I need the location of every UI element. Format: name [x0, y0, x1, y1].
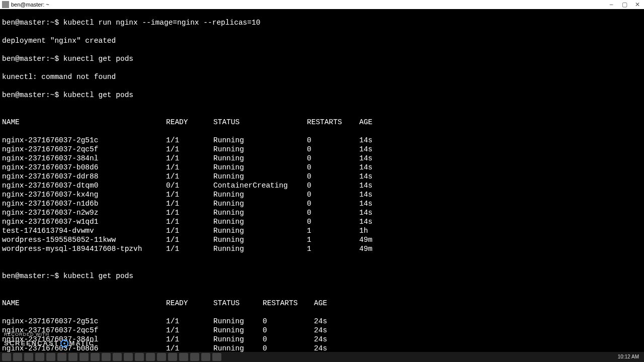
cell-name: nginx-2371676037-2g51c [2, 317, 166, 326]
cell-ready: 1/1 [166, 317, 213, 326]
output-text: deployment "nginx" created [2, 36, 116, 45]
cell-ready: 1/1 [166, 235, 213, 244]
taskbar-clock[interactable]: 10:12 AM [618, 352, 642, 361]
cell-age: 14s [359, 163, 399, 172]
cell-ready: 1/1 [166, 208, 213, 217]
taskbar-item[interactable] [24, 353, 33, 361]
taskbar-item[interactable] [2, 353, 11, 361]
cell-restarts: 0 [307, 208, 359, 217]
cell-status: Running [213, 154, 307, 163]
watermark-brand-a: SCREENCAST [4, 339, 59, 348]
col-status: STATUS [213, 118, 307, 127]
cell-restarts: 0 [307, 154, 359, 163]
cell-status: Running [213, 172, 307, 181]
cell-status: Running [213, 226, 307, 235]
taskbar-item[interactable] [79, 353, 89, 361]
cell-restarts: 0 [307, 145, 359, 154]
watermark-logo-icon [60, 339, 68, 347]
cell-ready: 1/1 [166, 199, 213, 208]
taskbar-item[interactable] [146, 353, 155, 361]
cell-ready: 1/1 [166, 136, 213, 145]
taskbar-item[interactable] [68, 353, 77, 361]
cell-name: nginx-2371676037-n1d6b [2, 199, 166, 208]
table-row: nginx-2371676037-384nl1/1Running024s [2, 335, 642, 344]
cell-status: Running [213, 190, 307, 199]
cell-status: ContainerCreating [213, 181, 307, 190]
taskbar-item[interactable] [135, 353, 144, 361]
cell-name: nginx-2371676037-dtqm0 [2, 181, 166, 190]
cell-ready: 1/1 [166, 335, 213, 344]
cell-age: 1h [359, 226, 399, 235]
taskbar-item[interactable] [46, 353, 55, 361]
table-header: NAME READY STATUS RESTARTS AGE [2, 118, 642, 127]
output-text: kunectl: command not found [2, 72, 116, 81]
taskbar-item[interactable] [91, 353, 100, 361]
taskbar[interactable]: 10:12 AM [0, 352, 644, 362]
table-row: nginx-2371676037-2qc5f1/1Running014s [2, 145, 642, 154]
taskbar-item[interactable] [13, 353, 22, 361]
cell-status: Running [213, 244, 307, 253]
cell-ready: 1/1 [166, 244, 213, 253]
taskbar-item[interactable] [57, 353, 66, 361]
taskbar-item[interactable] [201, 353, 210, 361]
cell-age: 49m [359, 244, 399, 253]
col-ready: READY [166, 299, 213, 308]
cell-name: nginx-2371676037-b08d6 [2, 163, 166, 172]
cell-restarts: 1 [307, 226, 359, 235]
watermark-brand-b: MATIC [69, 339, 95, 348]
cell-status: Running [213, 335, 263, 344]
cell-name: nginx-2371676037-kx4ng [2, 190, 166, 199]
watermark-line1: RECORDED WITH [4, 330, 95, 339]
cell-name: nginx-2371676037-2g51c [2, 136, 166, 145]
cell-ready: 0/1 [166, 181, 213, 190]
col-status: STATUS [213, 299, 263, 308]
col-age: AGE [314, 299, 354, 308]
cell-name: nginx-2371676037-2qc5f [2, 145, 166, 154]
command-text: kubectl get pods [63, 90, 133, 100]
cell-status: Running [213, 136, 307, 145]
taskbar-item[interactable] [212, 353, 221, 361]
table-row: nginx-2371676037-2g51c1/1Running014s [2, 136, 642, 145]
table-header: NAME READY STATUS RESTARTS AGE [2, 299, 642, 308]
cell-ready: 1/1 [166, 217, 213, 226]
cell-status: Running [213, 208, 307, 217]
cell-age: 24s [314, 317, 354, 326]
taskbar-item[interactable] [35, 353, 44, 361]
taskbar-item[interactable] [113, 353, 122, 361]
table-row: test-1741613794-dvwmv1/1Running11h [2, 226, 642, 235]
taskbar-item[interactable] [157, 353, 166, 361]
taskbar-item[interactable] [190, 353, 199, 361]
taskbar-item[interactable] [168, 353, 177, 361]
prompt: ben@master:~$ [2, 90, 63, 100]
cell-age: 14s [359, 172, 399, 181]
recording-watermark: RECORDED WITH SCREENCAST MATIC [4, 330, 95, 348]
cell-ready: 1/1 [166, 226, 213, 235]
taskbar-item[interactable] [102, 353, 111, 361]
close-button[interactable]: ✕ [631, 0, 644, 9]
cell-restarts: 1 [307, 235, 359, 244]
cell-age: 14s [359, 136, 399, 145]
cell-name: nginx-2371676037-n2w9z [2, 208, 166, 217]
table-row: nginx-2371676037-384nl1/1Running014s [2, 154, 642, 163]
table-row: nginx-2371676037-b08d61/1Running014s [2, 163, 642, 172]
taskbar-item[interactable] [179, 353, 188, 361]
table-row: nginx-2371676037-ddr881/1Running014s [2, 172, 642, 181]
taskbar-item[interactable] [124, 353, 133, 361]
cell-restarts: 0 [263, 317, 314, 326]
cell-restarts: 0 [307, 190, 359, 199]
cell-status: Running [213, 145, 307, 154]
cell-age: 14s [359, 154, 399, 163]
minimize-button[interactable]: – [605, 0, 618, 9]
terminal-output[interactable]: ben@master:~$ kubectl run nginx --image=… [0, 9, 644, 362]
table-row: nginx-2371676037-n1d6b1/1Running014s [2, 199, 642, 208]
col-restarts: RESTARTS [263, 299, 314, 308]
prompt: ben@master:~$ [2, 18, 63, 27]
cell-name: test-1741613794-dvwmv [2, 226, 166, 235]
cell-ready: 1/1 [166, 190, 213, 199]
maximize-button[interactable]: ▢ [618, 0, 631, 9]
table-row: nginx-2371676037-2qc5f1/1Running024s [2, 326, 642, 335]
cell-restarts: 1 [307, 244, 359, 253]
cell-name: nginx-2371676037-384nl [2, 154, 166, 163]
table-row: nginx-2371676037-w1qd11/1Running014s [2, 217, 642, 226]
window-title: ben@master: ~ [11, 0, 49, 9]
